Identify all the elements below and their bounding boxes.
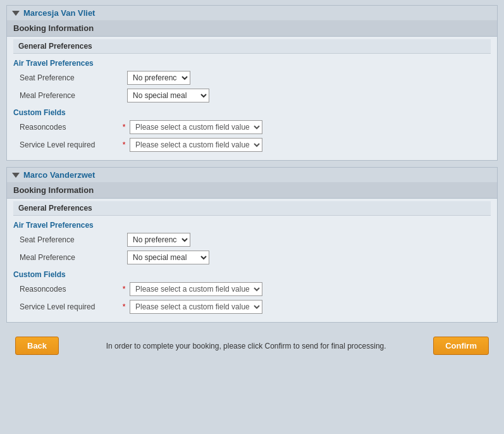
servicelevel-required-1: * [121,140,127,149]
general-prefs-header-2: General Preferences [13,201,491,216]
seat-pref-label-1: Seat Preference [20,73,127,82]
person-header-1: Marcesja Van Vliet [7,6,497,20]
footer-bar: Back In order to complete your booking, … [6,329,498,363]
servicelevel-label-2: Service Level required [20,302,121,311]
booking-info-header-2: Booking Information [7,182,497,199]
seat-pref-select-1[interactable]: No preference Window Aisle Middle [127,71,190,85]
custom-fields-header-2: Custom Fields [13,266,491,280]
footer-message: In order to complete your booking, pleas… [106,342,386,350]
reasoncodes-required-2: * [121,285,127,294]
person-header-2: Marco Vanderzwet [7,168,497,182]
meal-pref-label-2: Meal Preference [20,253,127,262]
reasoncodes-row-1: Reasoncodes * Please select a custom fie… [13,118,491,136]
servicelevel-select-1[interactable]: Please select a custom field value [130,138,262,152]
seat-pref-select-2[interactable]: No preference Window Aisle Middle [127,233,190,247]
air-travel-header-2: Air Travel Preferences [13,218,491,231]
meal-pref-select-1[interactable]: No special meal Vegetarian Kosher Halal [127,89,209,102]
servicelevel-select-2[interactable]: Please select a custom field value [130,300,262,314]
servicelevel-row-1: Service Level required * Please select a… [13,136,491,154]
reasoncodes-label-1: Reasoncodes [20,123,121,132]
person-section-2: Marco Vanderzwet Booking Information Gen… [6,167,498,323]
general-prefs-header-1: General Preferences [13,39,491,54]
seat-pref-row-2: Seat Preference No preference Window Ais… [13,231,491,249]
air-travel-header-1: Air Travel Preferences [13,56,491,69]
person-name-link-2[interactable]: Marco Vanderzwet [23,170,95,180]
servicelevel-required-2: * [121,302,127,311]
collapse-icon-1[interactable] [12,11,20,16]
reasoncodes-row-2: Reasoncodes * Please select a custom fie… [13,280,491,298]
servicelevel-label-1: Service Level required [20,140,121,149]
reasoncodes-select-1[interactable]: Please select a custom field value [130,120,262,134]
meal-pref-row-2: Meal Preference No special meal Vegetari… [13,249,491,266]
page-wrapper: Marcesja Van Vliet Booking Information G… [0,5,504,363]
servicelevel-row-2: Service Level required * Please select a… [13,298,491,316]
collapse-icon-2[interactable] [12,173,20,178]
seat-pref-label-2: Seat Preference [20,235,127,244]
person-section-1: Marcesja Van Vliet Booking Information G… [6,5,498,161]
reasoncodes-label-2: Reasoncodes [20,285,121,294]
seat-pref-row-1: Seat Preference No preference Window Ais… [13,69,491,87]
meal-pref-select-2[interactable]: No special meal Vegetarian Kosher Halal [127,251,209,264]
reasoncodes-select-2[interactable]: Please select a custom field value [130,282,262,296]
meal-pref-label-1: Meal Preference [20,91,127,100]
section-inner-2: General Preferences Air Travel Preferenc… [7,199,497,322]
reasoncodes-required-1: * [121,123,127,132]
back-button[interactable]: Back [15,337,59,355]
booking-info-header-1: Booking Information [7,20,497,37]
confirm-button[interactable]: Confirm [433,337,489,355]
person-name-link-1[interactable]: Marcesja Van Vliet [23,8,95,18]
custom-fields-header-1: Custom Fields [13,104,491,118]
section-inner-1: General Preferences Air Travel Preferenc… [7,37,497,160]
meal-pref-row-1: Meal Preference No special meal Vegetari… [13,87,491,104]
